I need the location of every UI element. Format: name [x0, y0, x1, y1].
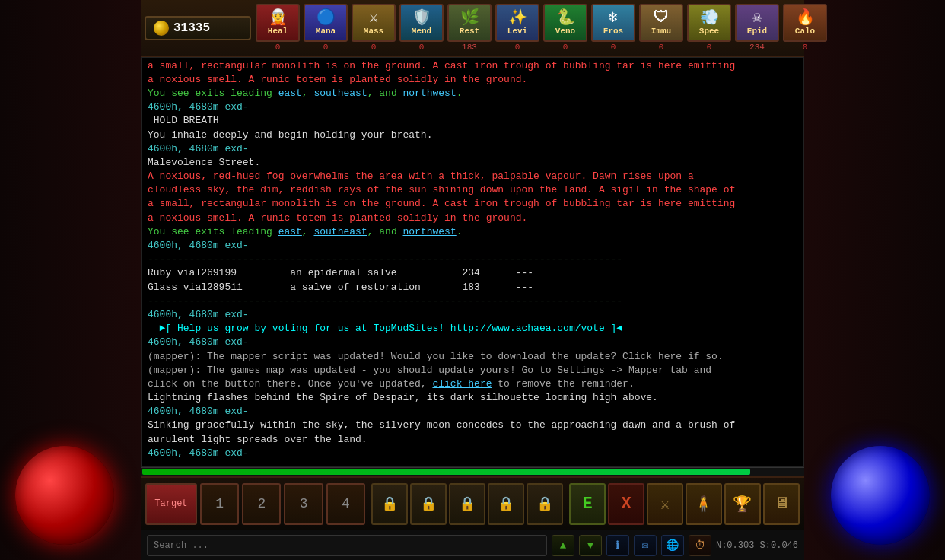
person-button[interactable]: 🧍 — [686, 483, 722, 525]
terminal-line: 4600h, 4680m exd- — [148, 405, 797, 418]
lock-2-button[interactable]: 🔒 — [410, 483, 447, 525]
main-container: 31335 🧝 Heal 0 🔵 Mana 0 ⚔️ Mass 0 🛡️ — [141, 0, 804, 560]
skill-rest-icon: 🌿 Rest — [447, 4, 492, 42]
terminal-line: 4600h, 4680m exd- — [148, 142, 797, 156]
link-southeast[interactable]: southeast — [313, 226, 367, 237]
progress-bar — [142, 469, 750, 475]
mail-icon[interactable]: ✉ — [634, 535, 657, 556]
skill-levi[interactable]: ✨ Levi 0 — [495, 4, 540, 52]
slot-1-label: 1 — [215, 496, 224, 511]
slot-2-label: 2 — [257, 496, 266, 511]
link-northwest[interactable]: northwest — [403, 226, 457, 237]
slot-4-button[interactable]: 4 — [326, 483, 365, 525]
skill-mana[interactable]: 🔵 Mana 0 — [303, 4, 348, 52]
skill-spee-icon: 💨 Spee — [687, 4, 731, 42]
terminal-line: 4600h, 4680m exd- — [148, 447, 797, 460]
skill-immu-icon: 🛡 Immu — [639, 4, 683, 42]
skill-calo[interactable]: 🔥 Calo 0 — [782, 4, 828, 52]
execute-button[interactable]: E — [569, 483, 606, 525]
terminal-text-area[interactable]: Malevolence Street. A noxious, red-hued … — [141, 57, 804, 467]
skill-fros[interactable]: ❄️ Fros 0 — [590, 4, 636, 52]
terminal-line: click on the button there. Once you've u… — [148, 377, 797, 391]
terminal-line: Sinking gracefully within the sky, the s… — [148, 418, 797, 432]
terminal-line: You see exits leading east, southeast, a… — [148, 87, 797, 100]
slot-4-label: 4 — [342, 496, 350, 511]
terminal-line: a noxious smell. A runic totem is plante… — [148, 73, 797, 87]
terminal-line: You see exits leading east, southeast, a… — [148, 225, 797, 239]
lock-3-button[interactable]: 🔒 — [449, 483, 485, 525]
top-bar: 31335 🧝 Heal 0 🔵 Mana 0 ⚔️ Mass 0 🛡️ — [141, 0, 804, 57]
globe-icon[interactable]: 🌐 — [661, 535, 684, 556]
cup-button[interactable]: 🏆 — [724, 483, 761, 525]
gold-icon — [154, 21, 169, 36]
lock-5-button[interactable]: 🔒 — [527, 483, 563, 525]
stop-button[interactable]: X — [608, 483, 644, 525]
skill-rest[interactable]: 🌿 Rest 183 — [447, 4, 492, 52]
tree-up-icon[interactable]: ▲ — [552, 535, 574, 556]
lock-1-button[interactable]: 🔒 — [371, 483, 408, 525]
slot-3-label: 3 — [300, 496, 308, 511]
terminal-line: You inhale deeply and begin holding your… — [148, 129, 797, 142]
tree-down-icon[interactable]: ▼ — [579, 535, 602, 556]
right-buttons: E X ⚔ 🧍 🏆 🖥 — [569, 483, 800, 525]
progress-bar-container — [141, 467, 804, 476]
terminal-line: a small, rectangular monolith is on the … — [148, 197, 797, 211]
skill-veno-icon: 🐍 Veno — [543, 4, 587, 42]
link-northwest[interactable]: northwest — [403, 88, 457, 99]
terminal-line: HOLD BREATH — [148, 114, 797, 128]
mapper-link[interactable]: click here — [432, 378, 492, 390]
health-orb — [15, 446, 114, 545]
terminal-line: (mapper): The games map was updated - yo… — [148, 364, 797, 377]
slot-3-button[interactable]: 3 — [284, 483, 323, 525]
slot-1-button[interactable]: 1 — [200, 483, 239, 525]
terminal-line: 4600h, 4680m exd- — [148, 100, 797, 114]
skills-grid: 🧝 Heal 0 🔵 Mana 0 ⚔️ Mass 0 🛡️ Mend 0 — [255, 4, 828, 52]
screen-button[interactable]: 🖥 — [763, 483, 800, 525]
mana-orb — [831, 446, 930, 545]
terminal-line: a small, rectangular monolith is on the … — [148, 59, 797, 73]
slot-2-button[interactable]: 2 — [242, 483, 281, 525]
terminal-line: Ruby vial269199 an epidermal salve 234 -… — [148, 266, 797, 280]
skill-epid-icon: ☠️ Epid — [735, 4, 779, 42]
status-bar: ▲ ▼ ℹ ✉ 🌐 ⏱ N:0.303 S:0.046 — [141, 530, 804, 560]
skill-veno[interactable]: 🐍 Veno 0 — [542, 4, 588, 52]
skill-mana-icon: 🔵 Mana — [304, 4, 348, 42]
skill-spee[interactable]: 💨 Spee 0 — [686, 4, 732, 52]
clock-icon[interactable]: ⏱ — [689, 535, 711, 556]
lock-4-button[interactable]: 🔒 — [488, 483, 524, 525]
terminal-line: Glass vial289511 a salve of restoration … — [148, 281, 797, 294]
search-input[interactable] — [147, 535, 547, 556]
target-button[interactable]: Target — [145, 483, 197, 525]
skill-fros-icon: ❄️ Fros — [591, 4, 635, 42]
lock-group: 🔒 🔒 🔒 🔒 🔒 — [371, 483, 563, 525]
link-east[interactable]: east — [278, 88, 302, 99]
terminal-line: A noxious, red-hued fog overwhelms the a… — [148, 170, 797, 183]
skill-heal[interactable]: 🧝 Heal 0 — [255, 4, 301, 52]
skill-mend-icon: 🛡️ Mend — [399, 4, 444, 42]
terminal-line: (mapper): The mapper script was updated!… — [148, 350, 797, 364]
coordinates: N:0.303 S:0.046 — [716, 540, 798, 551]
skill-mend[interactable]: 🛡️ Mend 0 — [399, 4, 444, 52]
sword-button[interactable]: ⚔ — [647, 483, 683, 525]
skill-mass[interactable]: ⚔️ Mass 0 — [351, 4, 396, 52]
skill-immu[interactable]: 🛡 Immu 0 — [638, 4, 684, 52]
terminal-line: 4600h, 4680m exd- — [148, 239, 797, 253]
skill-heal-icon: 🧝 Heal — [256, 4, 300, 42]
terminal-line: 4600h, 4680m exd- — [148, 308, 797, 322]
terminal-line: ►[ Help us grow by voting for us at TopM… — [148, 322, 797, 336]
skill-calo-icon: 🔥 Calo — [783, 4, 827, 42]
info-icon[interactable]: ℹ — [606, 535, 629, 556]
skill-mass-icon: ⚔️ Mass — [352, 4, 396, 42]
terminal-line: Malevolence Street. — [148, 156, 797, 170]
terminal-line: ----------------------------------------… — [148, 294, 797, 308]
gold-amount: 31335 — [173, 21, 210, 35]
terminal-line: ----------------------------------------… — [148, 253, 797, 266]
skill-epid[interactable]: ☠️ Epid 234 — [734, 4, 780, 52]
terminal-line: cloudless sky, the dim, reddish rays of … — [148, 183, 797, 197]
terminal-line: a noxious smell. A runic totem is plante… — [148, 212, 797, 225]
link-east[interactable]: east — [278, 226, 302, 237]
skill-levi-icon: ✨ Levi — [495, 4, 539, 42]
terminal-line: Lightning flashes behind the Spire of De… — [148, 391, 797, 405]
gold-display: 31335 — [145, 16, 251, 40]
link-southeast[interactable]: southeast — [313, 88, 367, 99]
